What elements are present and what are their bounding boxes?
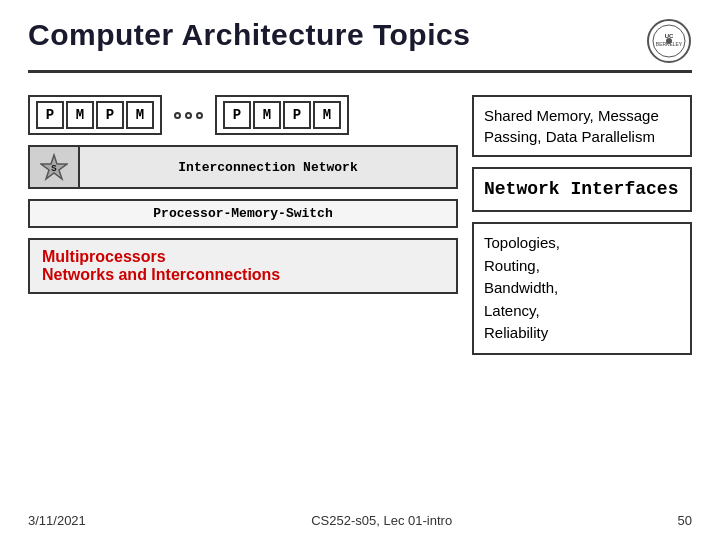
switch-star-icon: S — [40, 153, 68, 181]
content-area: P M P M P M P M — [28, 95, 692, 355]
p-box-1: P — [36, 101, 64, 129]
p-box-3: P — [223, 101, 251, 129]
network-row: S Interconnection Network — [28, 145, 458, 189]
footer-date: 3/11/2021 — [28, 513, 86, 528]
m-box-3: M — [253, 101, 281, 129]
m-box-4: M — [313, 101, 341, 129]
diagram-top-row: P M P M P M P M — [28, 95, 458, 135]
header: Computer Architecture Topics UC BERKELEY — [28, 18, 692, 73]
dot-1 — [174, 112, 181, 119]
topologies-box: Topologies, Routing, Bandwidth, Latency,… — [472, 222, 692, 355]
pm-group-1: P M P M — [28, 95, 162, 135]
pm-group-2: P M P M — [215, 95, 349, 135]
p-box-2: P — [96, 101, 124, 129]
switch-box: S — [30, 147, 80, 187]
topologies-text: Topologies, Routing, Bandwidth, Latency,… — [484, 232, 680, 345]
right-column: Shared Memory, Message Passing, Data Par… — [472, 95, 692, 355]
dot-3 — [196, 112, 203, 119]
logo-icon: UC BERKELEY — [646, 18, 692, 64]
left-column: P M P M P M P M — [28, 95, 458, 355]
multiprocessors-box: Multiprocessors Networks and Interconnec… — [28, 238, 458, 294]
interconnect-box: Interconnection Network — [80, 147, 456, 187]
svg-text:S: S — [51, 164, 57, 174]
footer: 3/11/2021 CS252-s05, Lec 01-intro 50 — [28, 513, 692, 528]
footer-page: 50 — [678, 513, 692, 528]
multi-line2: Networks and Interconnections — [42, 266, 444, 284]
p-box-4: P — [283, 101, 311, 129]
dot-2 — [185, 112, 192, 119]
multi-line1: Multiprocessors — [42, 248, 444, 266]
m-box-2: M — [126, 101, 154, 129]
network-interfaces-box: Network Interfaces — [472, 167, 692, 212]
dots — [162, 112, 215, 119]
shared-memory-box: Shared Memory, Message Passing, Data Par… — [472, 95, 692, 157]
slide: Computer Architecture Topics UC BERKELEY… — [0, 0, 720, 540]
footer-course: CS252-s05, Lec 01-intro — [311, 513, 452, 528]
svg-point-4 — [666, 38, 672, 44]
page-title: Computer Architecture Topics — [28, 18, 470, 52]
m-box-1: M — [66, 101, 94, 129]
pms-box: Processor-Memory-Switch — [28, 199, 458, 228]
